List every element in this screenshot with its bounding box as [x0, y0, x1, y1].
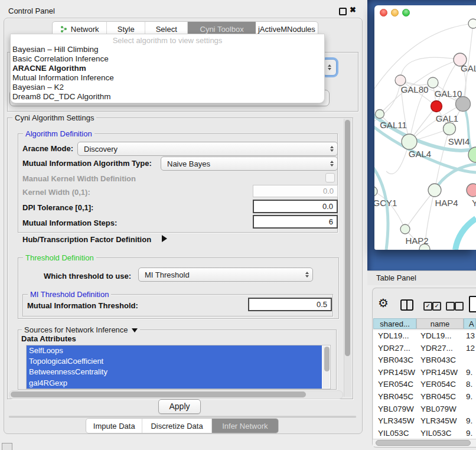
hub-definition-label[interactable]: Hub/Transcription Factor Definition	[22, 235, 151, 244]
mi-type-combo[interactable]: Naive Bayes	[161, 156, 338, 171]
table-row[interactable]: YIL053CYIL053C9.	[373, 428, 476, 439]
dropdown-item[interactable]: Basic Correlation Inference	[11, 54, 324, 64]
list-vscrollbar-thumb[interactable]	[324, 347, 330, 371]
dropdown-item[interactable]: Bayesian – K2	[11, 83, 324, 92]
checkbox-unchecked-icon[interactable]	[446, 302, 455, 311]
which-threshold-combo[interactable]: MI Threshold	[138, 268, 313, 282]
manual-kernel-checkbox[interactable]	[325, 173, 335, 182]
column-header-shared[interactable]: shared...	[373, 318, 416, 329]
apply-button[interactable]: Apply	[158, 399, 201, 414]
checkbox-unchecked-icon[interactable]	[455, 302, 464, 311]
settings-vscrollbar-thumb[interactable]	[345, 120, 350, 356]
stepper-down-icon	[328, 68, 331, 70]
tab-style-label: Style	[118, 25, 135, 34]
aracne-mode-value: Discovery	[84, 145, 118, 154]
table-row[interactable]: YPR145WYPR145W9.	[373, 367, 476, 379]
minimize-window-icon[interactable]	[391, 9, 399, 17]
cell-shared: YPR145W	[373, 367, 416, 379]
table-row[interactable]: YBR045CYBR045C9.	[373, 391, 476, 403]
mi-steps-field[interactable]: 6	[253, 215, 338, 229]
close-panel-icon[interactable]: ✖	[350, 5, 356, 14]
column-header-partial[interactable]: A	[464, 318, 476, 329]
aracne-mode-label: Aracne Mode:	[22, 144, 73, 153]
table-body[interactable]: YDL19...YDL19...13 YDR27...YDR27...12 YB…	[373, 330, 476, 439]
node-gray[interactable]	[456, 97, 471, 112]
checkbox-checked-icon[interactable]: ✓	[432, 302, 441, 311]
list-item[interactable]: BetweennessCentrality	[27, 367, 322, 377]
tab-infer-network[interactable]: Infer Network	[212, 419, 278, 433]
gear-icon[interactable]: ⚙	[378, 297, 389, 309]
dropdown-item-selected[interactable]: ARACNE Algorithm	[11, 64, 324, 73]
close-window-icon[interactable]	[380, 9, 387, 17]
dpi-tolerance-label: DPI Tolerance [0,1]:	[22, 203, 93, 212]
dropdown-item[interactable]: Bayesian – Hill Climbing	[11, 45, 324, 54]
cell-name: YLR345W	[416, 415, 464, 428]
kernel-width-field[interactable]: 0.0	[253, 185, 338, 197]
table-row[interactable]: YBR043CYBR043C	[373, 354, 476, 367]
list-item[interactable]: TopologicalCoefficient	[27, 356, 322, 367]
node-label: GAL4	[409, 149, 431, 159]
tab-discretize-data[interactable]: Discretize Data	[142, 419, 211, 433]
node-label: Y	[472, 198, 476, 208]
dropdown-item[interactable]: Dream8 DC_TDC Algorithm	[11, 92, 324, 102]
node-partial-top[interactable]	[468, 19, 476, 28]
algorithm-dropdown-popup: Select algorithm to view settings Bayesi…	[10, 34, 325, 103]
cell-shared: YDR27...	[373, 343, 416, 355]
dpi-tolerance-field[interactable]: 0.0	[253, 200, 338, 213]
float-panel-icon[interactable]	[339, 8, 347, 15]
node-hap4[interactable]	[428, 184, 441, 197]
network-view-window[interactable]: GAL GAL80 GAL10 GAL11 GAL1 SWI4 GAL4 GCY…	[374, 5, 476, 250]
mi-threshold-field[interactable]: 0.5	[248, 298, 332, 311]
settings-hscrollbar-thumb[interactable]	[11, 392, 306, 397]
node-gal11[interactable]	[376, 110, 384, 119]
node-gcy1[interactable]	[374, 187, 377, 196]
tab-impute-data[interactable]: Impute Data	[86, 419, 142, 433]
cell-shared: YER054C	[373, 379, 416, 391]
cell-shared: YIL053C	[373, 428, 416, 439]
minimized-panel-button[interactable]	[2, 443, 12, 450]
cell-shared: YBL079W	[373, 403, 416, 416]
aracne-mode-combo[interactable]: Discovery	[77, 142, 338, 156]
column-header-name[interactable]: name	[416, 318, 464, 329]
node-gal10[interactable]	[428, 77, 438, 88]
table-row[interactable]: YDL19...YDL19...13	[373, 330, 476, 343]
table-row[interactable]: YER054CYER054C8.	[373, 379, 476, 391]
network-edge-cyan	[455, 219, 476, 250]
checkbox-checked-icon[interactable]: ✓	[423, 302, 432, 311]
table-row[interactable]: YBL079WYBL079W	[373, 403, 476, 416]
node-gal4[interactable]	[402, 134, 417, 149]
network-canvas[interactable]	[374, 18, 476, 250]
panel-bottom-edge	[9, 416, 356, 417]
tab-jactivemnodules-label: jActiveMNodules	[258, 25, 315, 34]
zoom-window-icon[interactable]	[402, 9, 410, 17]
node-label: GAL1	[436, 113, 458, 123]
sources-title[interactable]: Sources for Network Inference	[22, 325, 140, 334]
columns-icon[interactable]	[400, 299, 413, 311]
table-row[interactable]: YLR345WYLR345W9.	[373, 415, 476, 428]
tab-infer-network-label: Infer Network	[222, 422, 268, 431]
combo-stepper-icon	[330, 161, 334, 167]
table-row[interactable]: YDR27...YDR27...12	[373, 343, 476, 355]
combo-stepper-icon	[330, 146, 334, 152]
node-gal1[interactable]	[444, 123, 456, 135]
tab-discretize-data-label: Discretize Data	[151, 422, 203, 431]
node-hap2[interactable]	[400, 224, 410, 234]
cell-name: YER054C	[416, 379, 464, 391]
table-hscrollbar-thumb[interactable]	[376, 440, 471, 446]
which-threshold-label: Which threshold to use:	[44, 272, 131, 281]
control-panel-title: Control Panel	[8, 6, 55, 15]
node-salmon-partial[interactable]	[467, 184, 476, 197]
cell-shared: YDL19...	[373, 330, 416, 343]
collapse-arrow-icon	[132, 328, 138, 332]
node-red-selected[interactable]	[431, 101, 442, 112]
list-item[interactable]: gal4RGexp	[27, 378, 322, 389]
table-panel-title: Table Panel	[376, 273, 416, 282]
expand-arrow-icon[interactable]	[162, 235, 167, 242]
cell-value	[464, 354, 476, 367]
cell-value: 9.	[464, 415, 476, 428]
list-item[interactable]: SelfLoops	[27, 345, 322, 356]
data-attributes-list[interactable]: SelfLoops TopologicalCoefficient Between…	[26, 345, 331, 389]
mi-type-value: Naive Bayes	[167, 159, 210, 168]
dropdown-item[interactable]: Mutual Information Inference	[11, 73, 324, 83]
document-icon[interactable]	[469, 296, 476, 312]
